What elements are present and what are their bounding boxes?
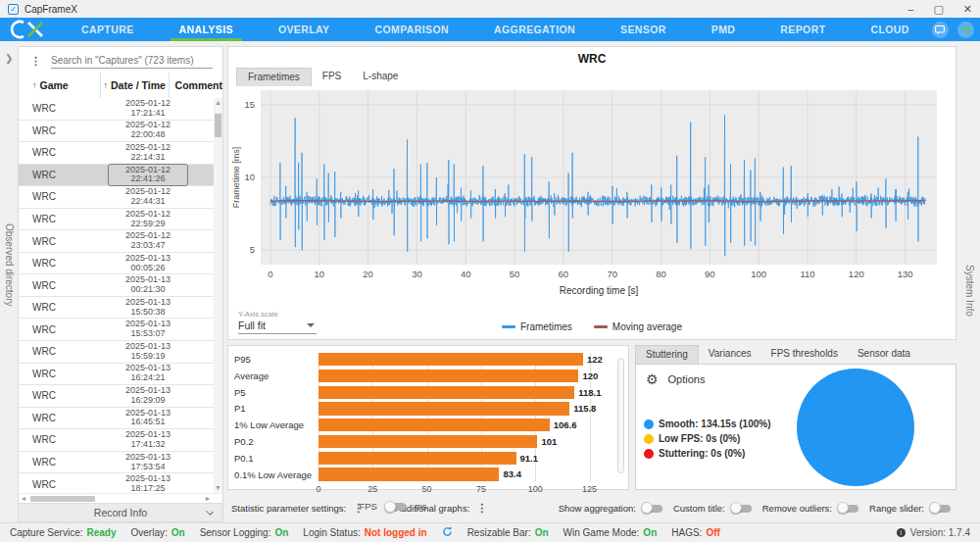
table-row[interactable]: WRC2025-01-1318:17:25	[19, 473, 214, 493]
chart-tab-l-shape[interactable]: L-shape	[352, 68, 409, 86]
window-title: CapFrameX	[24, 4, 77, 15]
close-button[interactable]: ✕	[963, 3, 972, 16]
maximize-button[interactable]: ▢	[933, 3, 943, 16]
minimize-button[interactable]: –	[907, 3, 913, 16]
record-info-expander[interactable]: Record Info	[19, 503, 222, 521]
fps-ms-switch[interactable]	[384, 500, 408, 513]
nav-tab-capture[interactable]: CAPTURE	[59, 18, 157, 41]
cell-game: WRC	[19, 479, 109, 490]
cell-date: 2025-01-1317:41:32	[109, 429, 187, 451]
toggle-switch-rangeslider[interactable]	[929, 502, 953, 515]
stutter-tab-stuttering[interactable]: Stuttering	[635, 345, 699, 364]
nav-tab-pmd[interactable]: PMD	[689, 18, 759, 41]
scrollbar-thumb[interactable]	[30, 496, 95, 502]
svg-text:120: 120	[849, 269, 864, 279]
svg-text:100: 100	[751, 269, 766, 279]
nav-tab-cloud[interactable]: CLOUD	[848, 18, 931, 41]
bar-category-label: P5	[234, 387, 318, 398]
toggle-switch-removeoutliers[interactable]	[837, 502, 860, 515]
table-row[interactable]: WRC2025-01-1222:00:48	[19, 121, 214, 143]
observed-directory-strip[interactable]: ❯ Observed directory	[0, 41, 18, 522]
expand-directory-chevron-icon[interactable]: ❯	[5, 53, 13, 64]
table-row[interactable]: WRC2025-01-1316:45:51	[19, 408, 214, 430]
table-row[interactable]: WRC2025-01-1222:41:26	[19, 165, 214, 187]
switch-knob	[641, 502, 653, 514]
scroll-up-icon[interactable]: ▲	[214, 98, 222, 108]
table-row[interactable]: WRC2025-01-1223:03:47	[19, 230, 214, 253]
bar-value-label: 101	[541, 436, 557, 447]
stutter-tab-sensor-data[interactable]: Sensor data	[848, 345, 920, 364]
nav-tab-report[interactable]: REPORT	[758, 18, 848, 41]
bar-value-label: 118.1	[578, 387, 601, 398]
legend-label: Frametimes	[520, 321, 572, 332]
cell-game: WRC	[19, 258, 109, 269]
table-row[interactable]: WRC2025-01-1300:21:30	[19, 274, 214, 297]
nav-tab-aggregation[interactable]: AGGREGATION	[471, 18, 598, 41]
login-icon[interactable]	[957, 22, 974, 38]
search-input[interactable]	[51, 53, 213, 69]
nav-tab-sensor[interactable]: SENSOR	[598, 18, 689, 41]
feedback-icon[interactable]	[932, 22, 949, 38]
scroll-down-icon[interactable]: ▼	[214, 483, 222, 493]
status-bar: Capture Service:ReadyOverlay:OnSensor Lo…	[0, 522, 980, 542]
column-header-date[interactable]: ↑ Date / Time	[100, 73, 170, 98]
axis-tick-label: 0	[316, 484, 320, 494]
column-header-comment[interactable]: Comment	[170, 79, 222, 91]
nav-tab-comparison[interactable]: COMPARISON	[352, 18, 471, 41]
cell-game: WRC	[19, 125, 109, 136]
scroll-right-icon[interactable]: ►	[203, 495, 213, 502]
status-item: Win Game Mode:On	[564, 527, 658, 538]
cell-date: 2025-01-1318:17:25	[109, 473, 187, 493]
cell-game: WRC	[19, 236, 109, 247]
svg-text:20: 20	[363, 269, 373, 279]
unit-ms-label[interactable]: ms	[415, 501, 427, 512]
scroll-left-icon[interactable]: ◄	[19, 495, 28, 502]
chart-tab-frametimes[interactable]: Frametimes	[236, 68, 312, 86]
nav-tab-analysis[interactable]: ANALYSIS	[157, 18, 256, 41]
vertical-scrollbar[interactable]: ▲ ▼	[214, 98, 222, 493]
toggle-switch-showaggregation[interactable]	[641, 502, 664, 515]
cell-date: 2025-01-1316:24:21	[109, 363, 187, 384]
toggle-group: Range slider:	[869, 502, 953, 515]
svg-text:70: 70	[607, 269, 617, 279]
column-header-game[interactable]: ↑ Game	[19, 79, 100, 91]
horizontal-scrollbar[interactable]: ◄ ►	[19, 493, 222, 503]
table-row[interactable]: WRC2025-01-1222:44:31	[19, 186, 214, 209]
pie-legend-label: Smooth: 134.15s (100%)	[659, 419, 771, 429]
stutter-tab-variances[interactable]: Variances	[699, 345, 761, 364]
table-row[interactable]: WRC2025-01-1217:21:41	[19, 98, 214, 121]
stuttering-options-button[interactable]: ⚙ Options	[646, 371, 705, 387]
refresh-icon[interactable]	[442, 526, 453, 539]
captures-panel: ⋮ ↑ Game ↑ Date / Time Comment WRC2025-0…	[18, 46, 223, 522]
table-row[interactable]: WRC2025-01-1222:14:31	[19, 142, 214, 165]
bar-card-scrollbar[interactable]	[617, 358, 624, 473]
cell-date: 2025-01-1315:53:07	[109, 319, 187, 340]
chart-tab-fps[interactable]: FPS	[312, 68, 352, 86]
legend-dot-icon	[644, 449, 654, 459]
table-row[interactable]: WRC2025-01-1315:59:19	[19, 341, 214, 364]
table-row[interactable]: WRC2025-01-1316:24:21	[19, 364, 214, 386]
nav-tabs: CAPTUREANALYSISOVERLAYCOMPARISONAGGREGAT…	[59, 18, 932, 41]
toggle-label: Remove outliers:	[762, 503, 832, 514]
unit-fps-label[interactable]: FPS	[359, 501, 376, 512]
nav-tab-overlay[interactable]: OVERLAY	[256, 18, 353, 41]
table-row[interactable]: WRC2025-01-1300:05:26	[19, 253, 214, 275]
table-row[interactable]: WRC2025-01-1222:59:29	[19, 209, 214, 231]
status-value: On	[643, 527, 657, 538]
table-row[interactable]: WRC2025-01-1317:53:54	[19, 452, 214, 474]
table-row[interactable]: WRC2025-01-1317:41:32	[19, 429, 214, 452]
system-info-strip[interactable]: System Info	[958, 41, 980, 522]
legend-swatch	[502, 325, 515, 328]
svg-text:Frametime [ms]: Frametime [ms]	[231, 147, 241, 209]
stutter-tab-fps-thresholds[interactable]: FPS thresholds	[761, 345, 848, 364]
table-row[interactable]: WRC2025-01-1316:29:09	[19, 385, 214, 408]
table-row[interactable]: WRC2025-01-1315:50:38	[19, 297, 214, 320]
frametime-chart[interactable]: 010203040506070809010011012013051015Fram…	[229, 86, 949, 304]
table-row[interactable]: WRC2025-01-1315:53:07	[19, 319, 214, 341]
status-value: Not logged in	[365, 527, 427, 538]
scrollbar-thumb[interactable]	[215, 114, 221, 137]
capture-list-menu-icon[interactable]: ⋮	[30, 55, 41, 68]
status-label: Resizable Bar:	[467, 527, 531, 538]
status-label: Login Status:	[303, 527, 360, 538]
toggle-switch-customtitle[interactable]	[730, 502, 754, 515]
